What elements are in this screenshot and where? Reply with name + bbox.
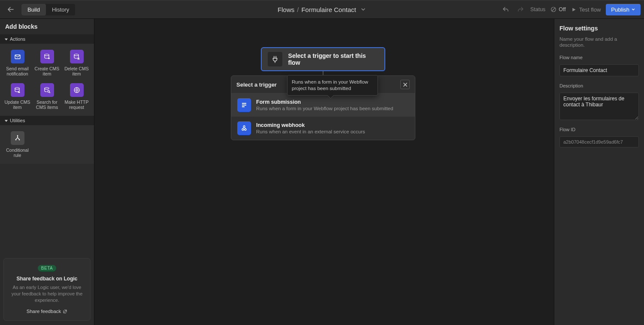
tooltip: Runs when a form in your Webflow project…: [287, 75, 378, 96]
redo-button[interactable]: [516, 5, 525, 14]
block-label: Search for CMS items: [34, 99, 60, 110]
block-search-cms[interactable]: Search for CMS items: [33, 81, 61, 112]
beta-pill: BETA: [38, 265, 56, 271]
feedback-card: BETA Share feedback on Logic As an early…: [3, 258, 91, 321]
svg-rect-17: [242, 106, 245, 107]
breadcrumb-sep: /: [297, 6, 299, 13]
publish-button[interactable]: Publish: [606, 4, 641, 15]
option-title: Incoming webhook: [256, 122, 365, 128]
svg-point-14: [17, 135, 18, 136]
plug-icon: [268, 52, 282, 66]
trigger-panel-title: Select a trigger: [236, 81, 277, 88]
undo-button[interactable]: [501, 5, 511, 14]
block-create-cms[interactable]: Create CMS item: [33, 47, 61, 79]
svg-marker-3: [5, 38, 8, 40]
block-conditional[interactable]: Conditional rule: [3, 129, 31, 160]
breadcrumb-root[interactable]: Flows: [278, 6, 294, 13]
flow-id-value: a2b07048cecf1d9e59ad6fc7: [559, 136, 639, 147]
svg-point-9: [47, 90, 49, 92]
flow-name-input[interactable]: [559, 64, 639, 76]
tab-history[interactable]: History: [46, 4, 75, 15]
status-value: Off: [559, 6, 565, 12]
trigger-option-form[interactable]: Form submission Runs when a form in your…: [231, 93, 415, 117]
right-panel: Flow settings Name your flow and add a d…: [554, 19, 644, 325]
external-link-icon: [63, 309, 67, 314]
svg-point-13: [18, 139, 20, 141]
svg-rect-15: [242, 103, 246, 104]
trigger-panel: Runs when a form in your Webflow project…: [231, 75, 415, 140]
trigger-option-webhook[interactable]: Incoming webhook Runs when an event in a…: [231, 117, 415, 140]
flow-name-label: Flow name: [559, 55, 639, 60]
mail-icon: [11, 50, 24, 63]
section-actions-label: Actions: [10, 36, 25, 42]
option-desc: Runs when a form in your Webflow project…: [256, 106, 393, 111]
test-flow-label: Test flow: [579, 6, 601, 13]
rp-sub: Name your flow and add a description.: [559, 36, 639, 48]
database-update-icon: [11, 83, 24, 97]
svg-point-8: [45, 87, 49, 89]
svg-rect-16: [242, 105, 246, 105]
tab-group: Build History: [21, 4, 75, 15]
section-utilities[interactable]: Utilities: [0, 116, 94, 125]
svg-marker-2: [572, 8, 575, 11]
block-label: Make HTTP request: [63, 99, 90, 110]
feedback-body: As an early Logic user, we'd love your f…: [9, 284, 85, 304]
status-label: Status: [530, 6, 545, 12]
close-button[interactable]: [400, 80, 410, 89]
block-delete-cms[interactable]: Delete CMS item: [63, 47, 91, 79]
svg-point-5: [45, 54, 49, 56]
trigger-card[interactable]: Select a trigger to start this flow: [261, 47, 385, 71]
blocks-actions: Send email notification Create CMS item …: [0, 44, 94, 116]
svg-line-1: [552, 8, 555, 11]
close-icon: [403, 82, 408, 87]
block-label: Create CMS item: [34, 66, 60, 76]
caret-down-icon: [4, 119, 8, 123]
back-button[interactable]: [3, 3, 18, 15]
option-desc: Runs when an event in an external servic…: [256, 129, 365, 134]
arrow-left-icon: [7, 6, 14, 13]
trigger-card-text: Select a trigger to start this flow: [288, 52, 378, 66]
chevron-down-icon: [631, 7, 635, 12]
feedback-link-text: Share feedback: [27, 309, 61, 314]
play-icon: [571, 7, 577, 12]
caret-down-icon: [4, 37, 8, 41]
block-send-email[interactable]: Send email notification: [3, 47, 31, 79]
block-label: Conditional rule: [4, 147, 30, 158]
status-chip[interactable]: Off: [550, 6, 565, 12]
rp-title: Flow settings: [559, 25, 639, 32]
form-icon: [237, 98, 251, 112]
flow-id-label: Flow ID: [559, 127, 639, 132]
database-add-icon: [40, 50, 54, 63]
database-delete-icon: [70, 50, 84, 63]
topbar: Build History Flows / Formulaire Contact…: [0, 0, 644, 19]
block-update-cms[interactable]: Update CMS item: [3, 81, 31, 112]
block-label: Send email notification: [4, 66, 30, 76]
topbar-right: Status Off Test flow Publish: [501, 4, 641, 15]
svg-point-6: [74, 54, 79, 56]
breadcrumb: Flows / Formulaire Contact: [278, 6, 366, 13]
database-search-icon: [40, 83, 54, 97]
publish-label: Publish: [611, 6, 629, 13]
tab-build[interactable]: Build: [21, 4, 46, 15]
chevron-down-icon[interactable]: [360, 6, 366, 12]
feedback-title: Share feedback on Logic: [9, 276, 85, 282]
section-actions[interactable]: Actions: [0, 34, 94, 44]
svg-point-12: [15, 139, 16, 141]
breadcrumb-leaf: Formulaire Contact: [301, 6, 356, 13]
block-label: Delete CMS item: [63, 66, 90, 76]
test-flow-button[interactable]: Test flow: [571, 6, 601, 13]
redo-icon: [517, 6, 524, 13]
block-label: Update CMS item: [4, 99, 30, 110]
status-off-icon: [550, 6, 556, 12]
sidebar-title: Add blocks: [0, 19, 94, 34]
branch-icon: [11, 131, 24, 145]
svg-point-7: [15, 87, 19, 89]
canvas[interactable]: Select a trigger to start this flow Runs…: [94, 19, 554, 325]
sidebar: Add blocks Actions Send email notificati…: [0, 19, 94, 325]
block-http[interactable]: Make HTTP request: [63, 81, 91, 112]
option-title: Form submission: [256, 99, 393, 105]
flow-desc-input[interactable]: [559, 93, 639, 120]
globe-icon: [70, 83, 84, 97]
section-utilities-label: Utilities: [10, 118, 25, 123]
feedback-link[interactable]: Share feedback: [27, 309, 68, 314]
